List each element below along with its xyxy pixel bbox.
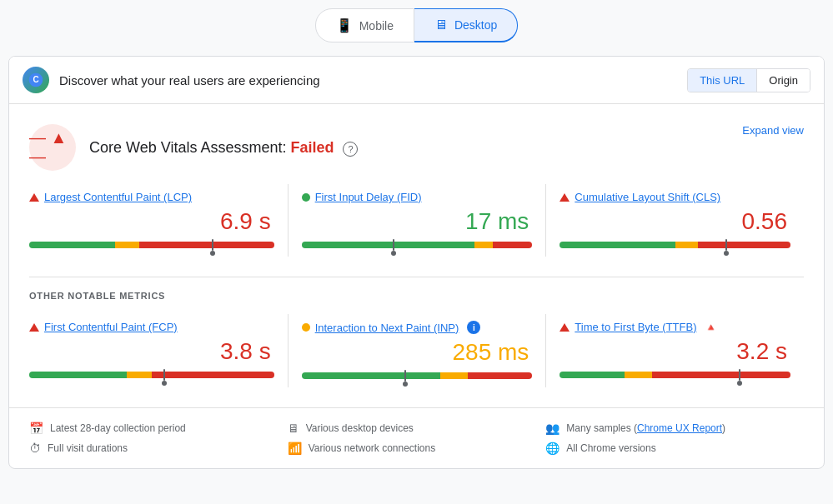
core-metrics-grid: Largest Contentful Paint (LCP) 6.9 s Fir… — [9, 184, 824, 277]
timer-icon: ⏱ — [29, 442, 41, 455]
footer-devices: 🖥 Various desktop devices — [288, 422, 546, 435]
cwv-status: Failed — [290, 139, 334, 156]
footer-devices-text: Various desktop devices — [306, 422, 414, 434]
fid-label-row: First Input Delay (FID) — [302, 191, 533, 203]
cls-value: 0.56 — [560, 208, 790, 235]
tab-mobile[interactable]: 📱 Mobile — [315, 8, 414, 42]
section-title: Discover what your real users are experi… — [59, 73, 320, 87]
mobile-icon: 📱 — [336, 17, 353, 33]
lcp-value: 6.9 s — [29, 208, 274, 235]
lcp-status-icon — [29, 193, 39, 202]
ttfb-status-icon — [560, 323, 570, 332]
inp-label-row: Interaction to Next Paint (INP) i — [302, 321, 533, 334]
lcp-bar — [29, 242, 274, 248]
lcp-label-row: Largest Contentful Paint (LCP) — [29, 191, 274, 203]
cls-bar-marker — [725, 239, 727, 251]
inp-bar-marker — [404, 370, 406, 382]
footer-durations: ⏱ Full visit durations — [29, 442, 288, 455]
fid-value: 17 ms — [302, 208, 533, 235]
fcp-status-icon — [29, 323, 39, 332]
metric-fcp: First Contentful Paint (FCP) 3.8 s — [29, 314, 288, 387]
fcp-bar-marker — [163, 369, 165, 381]
fcp-link[interactable]: First Contentful Paint (FCP) — [44, 321, 178, 333]
desktop-devices-icon: 🖥 — [288, 422, 299, 435]
cwv-help-icon[interactable]: ? — [343, 142, 358, 157]
expand-view-link[interactable]: Expand view — [742, 124, 804, 137]
cls-bar-orange — [675, 242, 699, 248]
calendar-icon: 📅 — [29, 422, 43, 435]
fcp-bar — [29, 372, 274, 378]
footer-network: 📶 Various network connections — [288, 442, 546, 455]
cls-link[interactable]: Cumulative Layout Shift (CLS) — [575, 191, 720, 203]
footer-samples: 👥 Many samples (Chrome UX Report) — [545, 422, 804, 435]
desktop-icon: 🖥 — [434, 17, 448, 32]
fid-bar — [302, 242, 533, 248]
metric-lcp: Largest Contentful Paint (LCP) 6.9 s — [29, 184, 288, 257]
url-origin-toggle: This URL Origin — [687, 68, 810, 92]
ttfb-bar-red — [652, 372, 790, 378]
fid-bar-orange — [474, 242, 493, 248]
cwv-title-wrap: Core Web Vitals Assessment: Failed ? — [89, 139, 358, 157]
footer-chrome-versions: 🌐 All Chrome versions — [545, 442, 804, 455]
inp-link[interactable]: Interaction to Next Paint (INP) — [315, 322, 459, 334]
fcp-label-row: First Contentful Paint (FCP) — [29, 321, 274, 333]
ttfb-bar-green — [560, 372, 624, 378]
other-metrics-section: OTHER NOTABLE METRICS First Contentful P… — [9, 277, 824, 407]
ttfb-bar-marker — [739, 369, 740, 381]
lcp-bar-marker — [212, 239, 213, 251]
ttfb-link[interactable]: Time to First Byte (TTFB) — [575, 321, 696, 333]
this-url-button[interactable]: This URL — [688, 69, 757, 92]
inp-info-icon[interactable]: i — [467, 321, 480, 334]
lcp-bar-orange — [115, 242, 139, 248]
metric-ttfb: Time to First Byte (TTFB) 🔺 3.2 s — [545, 314, 804, 387]
footer-collection-period: 📅 Latest 28-day collection period — [29, 422, 288, 435]
cwv-assessment-header: — ▲ — Core Web Vitals Assessment: Failed… — [9, 104, 824, 184]
other-metrics-label: OTHER NOTABLE METRICS — [29, 291, 804, 301]
metric-cls: Cumulative Layout Shift (CLS) 0.56 — [545, 184, 804, 257]
fcp-bar-green — [29, 372, 127, 378]
inp-bar-orange — [440, 372, 468, 379]
ttfb-bar-orange — [625, 372, 652, 378]
fcp-bar-red — [152, 372, 274, 378]
chrome-ux-report-link[interactable]: Chrome UX Report — [637, 422, 722, 434]
cls-bar — [560, 242, 790, 248]
ttfb-bar — [560, 372, 790, 378]
header-left: C Discover what your real users are expe… — [23, 67, 320, 93]
lcp-bar-red — [139, 242, 274, 248]
footer-chrome-text: All Chrome versions — [566, 442, 655, 454]
fcp-bar-orange — [127, 372, 151, 378]
cwv-icon-wrap: — ▲ — — [29, 124, 76, 171]
inp-bar — [302, 372, 533, 379]
inp-bar-green — [302, 372, 440, 379]
tab-mobile-label: Mobile — [359, 19, 394, 32]
chrome-icon: 🌐 — [545, 442, 560, 455]
network-icon: 📶 — [288, 442, 302, 455]
section-header: C Discover what your real users are expe… — [9, 57, 824, 104]
footer-collection-text: Latest 28-day collection period — [50, 422, 186, 434]
fcp-value: 3.8 s — [29, 338, 274, 365]
metric-fid: First Input Delay (FID) 17 ms — [288, 184, 546, 257]
cls-status-icon — [560, 193, 570, 202]
footer-info: 📅 Latest 28-day collection period 🖥 Vari… — [9, 407, 824, 468]
tab-desktop-label: Desktop — [454, 18, 497, 32]
fid-bar-green — [302, 242, 475, 248]
crux-avatar: C — [23, 67, 49, 93]
fid-bar-red — [493, 242, 532, 248]
cls-bar-green — [560, 242, 675, 248]
fid-link[interactable]: First Input Delay (FID) — [315, 191, 422, 203]
cls-bar-red — [698, 242, 790, 248]
cls-label-row: Cumulative Layout Shift (CLS) — [560, 191, 790, 203]
inp-value: 285 ms — [302, 339, 533, 366]
lcp-bar-green — [29, 242, 115, 248]
inp-bar-red — [468, 372, 532, 379]
main-card: C Discover what your real users are expe… — [8, 56, 825, 469]
ttfb-label-row: Time to First Byte (TTFB) 🔺 — [560, 321, 790, 333]
fid-bar-marker — [393, 239, 394, 251]
fid-status-icon — [302, 193, 310, 202]
device-tabs: 📱 Mobile 🖥 Desktop — [8, 8, 825, 42]
inp-status-icon — [302, 323, 310, 332]
lcp-link[interactable]: Largest Contentful Paint (LCP) — [44, 191, 192, 203]
ttfb-flag-icon: 🔺 — [705, 322, 717, 333]
origin-button[interactable]: Origin — [757, 69, 810, 92]
tab-desktop[interactable]: 🖥 Desktop — [414, 8, 518, 42]
